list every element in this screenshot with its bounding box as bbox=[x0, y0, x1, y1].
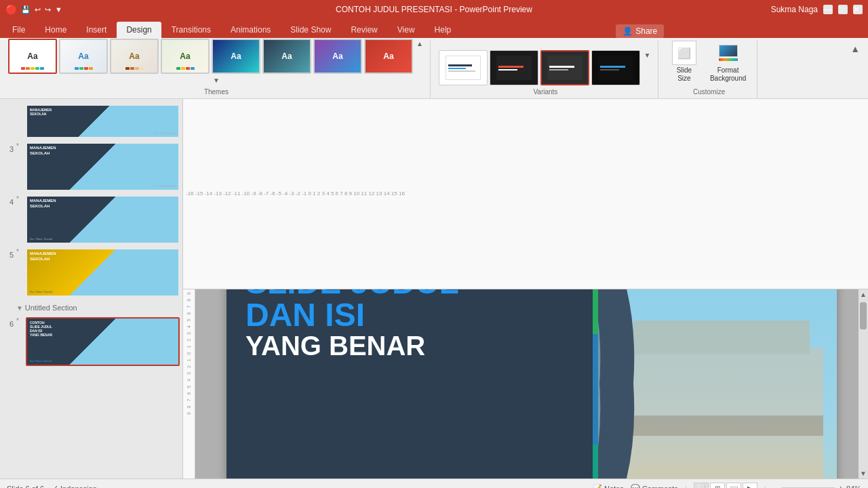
ruler-horizontal: -16 -15 -14 -13 -12 -11 -10 -9 -8 -7 -6 … bbox=[183, 99, 868, 289]
tab-view[interactable]: View bbox=[388, 22, 425, 38]
quick-access-extra[interactable]: ▼ bbox=[55, 5, 62, 14]
tab-home[interactable]: Home bbox=[35, 22, 76, 38]
slide-size-icon: ⬜ bbox=[672, 41, 696, 65]
tab-animations[interactable]: Animations bbox=[221, 22, 280, 38]
slide-title-line4: YANG BENAR bbox=[245, 331, 459, 360]
slide-6-number: 6 bbox=[3, 317, 14, 328]
tab-design[interactable]: Design bbox=[117, 22, 161, 38]
variants-label: Variants bbox=[533, 88, 557, 96]
theme-row: Aa Aa Aa bbox=[8, 39, 425, 74]
close-button[interactable]: ✕ bbox=[853, 5, 863, 14]
quick-access-undo[interactable]: ↩ bbox=[35, 5, 41, 14]
variant-4[interactable] bbox=[591, 50, 640, 85]
view-buttons: ⬜ ⊞ 📖 ▶ bbox=[694, 483, 757, 489]
format-bg-icon bbox=[716, 41, 741, 65]
section-name: Untitled Section bbox=[25, 304, 77, 312]
svg-rect-7 bbox=[593, 334, 598, 445]
vertical-scrollbar[interactable]: ▲ ▼ bbox=[859, 289, 868, 479]
tab-review[interactable]: Review bbox=[341, 22, 387, 38]
slide-thumb-5[interactable]: MANAJEMENSEKOLAH Drs. Pakar Tutorial bbox=[26, 248, 180, 297]
notes-button[interactable]: 📝 Notes bbox=[593, 484, 624, 488]
scroll-thumb[interactable] bbox=[860, 302, 867, 329]
zoom-level: 84% bbox=[846, 485, 861, 489]
divider: | bbox=[685, 485, 687, 489]
format-bg-label: FormatBackground bbox=[710, 66, 746, 83]
slide-thumb-partial[interactable]: MANAJEMENSEKOLAH Dr. Pakar Tutorial bbox=[26, 104, 180, 138]
quick-access-save[interactable]: 💾 bbox=[21, 5, 31, 14]
divider2: | bbox=[764, 485, 766, 489]
theme-2[interactable]: Aa bbox=[59, 39, 108, 74]
slide-item-3: 3 * MANAJEMENSEKOLAH Dr. Pakar Tutorial bbox=[3, 142, 180, 191]
themes-scroll-up[interactable]: ▲ bbox=[415, 39, 425, 74]
user-name: Sukma Naga bbox=[771, 5, 818, 14]
ribbon-content: Aa Aa Aa bbox=[0, 38, 868, 99]
ruler-vertical: 9 8 7 6 5 4 3 2 1 0 1 2 3 4 5 6 7 8 9 bbox=[183, 289, 195, 479]
format-background-button[interactable]: FormatBackground bbox=[705, 38, 751, 85]
comments-button[interactable]: 💬 Comments bbox=[631, 484, 678, 488]
slide-5-number: 5 bbox=[3, 248, 14, 259]
comments-icon: 💬 bbox=[631, 484, 640, 488]
canvas-area: ▲ ▼ bbox=[195, 289, 868, 479]
slide-thumb-6[interactable]: CONTOHSLIDE JUDULDAN ISIYANG BENAR By: P… bbox=[26, 317, 180, 366]
maximize-button[interactable]: □ bbox=[838, 5, 848, 14]
variants-row: ▼ bbox=[439, 50, 652, 85]
theme-5[interactable]: Aa bbox=[212, 39, 260, 74]
variant-3[interactable] bbox=[540, 50, 589, 85]
share-button[interactable]: 👤 Share bbox=[616, 24, 664, 38]
notes-icon: 📝 bbox=[593, 484, 602, 488]
minimize-button[interactable]: — bbox=[823, 5, 833, 14]
slide-item-partial: MANAJEMENSEKOLAH Dr. Pakar Tutorial bbox=[3, 104, 180, 138]
tab-slideshow[interactable]: Slide Show bbox=[281, 22, 340, 38]
tab-file[interactable]: File bbox=[3, 22, 35, 38]
theme-8[interactable]: Aa bbox=[364, 39, 413, 74]
tab-insert[interactable]: Insert bbox=[77, 22, 116, 38]
slide-sorter-button[interactable]: ⊞ bbox=[710, 483, 725, 489]
svg-rect-8 bbox=[593, 445, 598, 479]
slide-thumb-3[interactable]: MANAJEMENSEKOLAH Dr. Pakar Tutorial bbox=[26, 142, 180, 191]
slide-3-number: 3 bbox=[3, 142, 14, 153]
tab-transitions[interactable]: Transitions bbox=[162, 22, 220, 38]
theme-1[interactable]: Aa bbox=[8, 39, 57, 74]
quick-access-redo[interactable]: ↪ bbox=[45, 5, 51, 14]
slide-item-6: 6 * CONTOHSLIDE JUDULDAN ISIYANG BENAR B… bbox=[3, 317, 180, 366]
themes-group: Aa Aa Aa bbox=[5, 41, 431, 98]
theme-7[interactable]: Aa bbox=[313, 39, 362, 74]
slide-size-label: SlideSize bbox=[677, 66, 692, 83]
customize-label: Customize bbox=[693, 88, 725, 96]
variant-1[interactable] bbox=[439, 50, 488, 85]
section-label: ▼ Untitled Section bbox=[3, 301, 180, 313]
theme-4[interactable]: Aa bbox=[161, 39, 210, 74]
slide-canvas: CONTOH SLIDE JUDUL DAN ISI YANG BENAR By… bbox=[226, 289, 837, 479]
zoom-in-button[interactable]: + bbox=[838, 483, 844, 489]
titlebar-left: 🔴 💾 ↩ ↪ ▼ bbox=[5, 4, 62, 15]
normal-view-button[interactable]: ⬜ bbox=[694, 483, 709, 489]
theme-3[interactable]: Aa bbox=[110, 39, 159, 74]
slide-4-number: 4 bbox=[3, 195, 14, 206]
slide-size-button[interactable]: ⬜ SlideSize bbox=[667, 38, 702, 85]
titlebar-right: Sukma Naga — □ ✕ bbox=[771, 5, 863, 14]
scroll-down-button[interactable]: ▼ bbox=[859, 468, 868, 479]
powerpoint-icon: 🔴 bbox=[5, 4, 17, 15]
slide-info: Slide 6 of 6 bbox=[7, 485, 44, 489]
themes-scroll-down[interactable]: ▼ bbox=[212, 75, 221, 85]
slide-title-line3: DAN ISI bbox=[245, 299, 459, 331]
share-icon: 👤 bbox=[623, 26, 633, 36]
ribbon-collapse-button[interactable]: ▲ bbox=[848, 41, 863, 57]
statusbar: Slide 6 of 6 ✓ Indonesian 📝 Notes 💬 Comm… bbox=[0, 479, 868, 488]
zoom-out-button[interactable]: − bbox=[773, 483, 778, 489]
scroll-up-button[interactable]: ▲ bbox=[859, 289, 868, 300]
slide-text-area: CONTOH SLIDE JUDUL DAN ISI YANG BENAR bbox=[245, 289, 459, 361]
reading-view-button[interactable]: 📖 bbox=[726, 483, 741, 489]
zoom-control: − + 84% bbox=[773, 483, 861, 489]
variant-2[interactable] bbox=[490, 50, 538, 85]
variants-scroll[interactable]: ▼ bbox=[642, 50, 652, 85]
language-icon: ✓ bbox=[52, 484, 58, 488]
svg-rect-6 bbox=[593, 289, 598, 335]
language-indicator[interactable]: ✓ Indonesian bbox=[52, 484, 97, 488]
tab-help[interactable]: Help bbox=[425, 22, 461, 38]
slideshow-view-button[interactable]: ▶ bbox=[743, 483, 757, 489]
variants-group: ▼ Variants bbox=[436, 41, 658, 98]
theme-6[interactable]: Aa bbox=[262, 39, 311, 74]
titlebar: 🔴 💾 ↩ ↪ ▼ CONTOH JUDUL PRESENTASI - Powe… bbox=[0, 0, 868, 19]
slide-thumb-4[interactable]: MANAJEMENSEKOLAH Drs. Pakar Tutorial bbox=[26, 195, 180, 244]
